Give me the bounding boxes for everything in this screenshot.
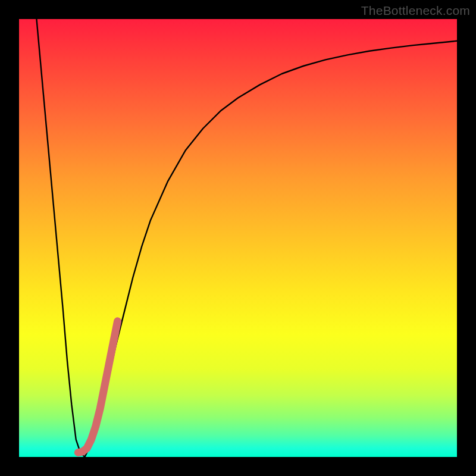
watermark-text: TheBottleneck.com: [361, 4, 470, 18]
chart-svg: [19, 19, 457, 457]
highlight-segment: [78, 321, 117, 453]
chart-frame: TheBottleneck.com: [0, 0, 476, 476]
plot-area: [19, 19, 457, 457]
